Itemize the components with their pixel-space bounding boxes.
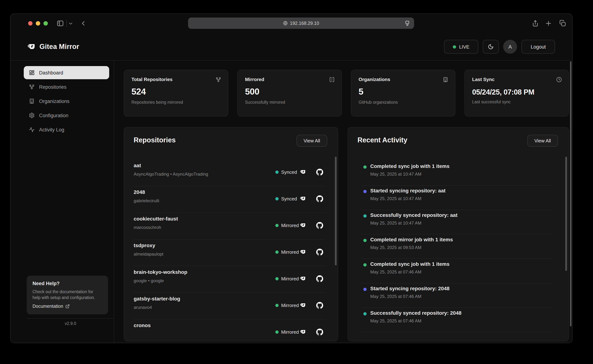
sidebar-item-label: Organizations [39, 98, 70, 104]
repository-status-dot [275, 277, 279, 280]
app-header: Gitea Mirror LIVE A Logout [11, 33, 572, 61]
repository-status-label: Mirrored [281, 303, 299, 308]
sidebar-item-label: Activity Log [39, 127, 64, 132]
live-label: LIVE [459, 44, 469, 49]
github-icon[interactable] [316, 329, 323, 336]
github-icon[interactable] [316, 222, 323, 229]
activity-timestamp: May 25, 2025 at 10:47 AM [370, 221, 421, 226]
activity-item: Successfully synced repository: aat May … [348, 210, 568, 234]
github-icon[interactable] [316, 169, 323, 176]
address-bar[interactable]: 192.168.29.10 [188, 18, 414, 29]
back-button[interactable] [80, 20, 87, 27]
avatar[interactable]: A [503, 40, 517, 54]
stat-value: 524 [131, 86, 221, 97]
repositories-list: aat AsyncAlgoTrading • AsyncAlgoTrading … [124, 160, 338, 341]
moon-icon [488, 44, 494, 50]
globe-icon [283, 21, 288, 26]
activity-status-dot [363, 288, 367, 291]
help-card: Need Help? Check out the documentation f… [27, 276, 108, 314]
sidebar-item-activity-log[interactable]: Activity Log [24, 123, 109, 136]
activity-timestamp: May 25, 2025 at 10:47 AM [370, 196, 421, 201]
activity-status-dot [363, 190, 367, 193]
github-icon[interactable] [316, 249, 323, 256]
activity-list: Completed sync job with 1 items May 25, … [348, 161, 568, 341]
repository-name: aat [134, 162, 141, 168]
gitea-cup-icon[interactable] [300, 249, 306, 255]
sidebar-item-icon [29, 84, 35, 90]
activity-timestamp: May 25, 2025 at 07:46 AM [370, 318, 421, 324]
theme-toggle-button[interactable] [483, 40, 499, 54]
new-tab-icon[interactable] [545, 20, 552, 27]
app-logo[interactable]: Gitea Mirror [28, 43, 79, 51]
sidebar-item-label: Dashboard [39, 70, 63, 75]
sidebar-item-dashboard[interactable]: Dashboard [24, 66, 109, 79]
repository-owner: AsyncAlgoTrading • AsyncAlgoTrading [134, 172, 208, 177]
repository-row: cronos Mirrored [134, 319, 326, 341]
page-settings-icon[interactable] [404, 20, 411, 26]
share-icon[interactable] [532, 20, 539, 27]
repository-status-dot [275, 330, 279, 334]
activity-text: Completed sync job with 1 items [370, 163, 450, 169]
github-icon[interactable] [316, 195, 323, 202]
repositories-view-all-button[interactable]: View All [297, 135, 327, 147]
stat-title: Mirrored [245, 77, 334, 82]
gitea-cup-icon[interactable] [300, 222, 306, 228]
repositories-panel-title: Repositories [134, 136, 176, 144]
repository-status-dot [275, 304, 279, 307]
logout-button[interactable]: Logout [521, 40, 555, 54]
repository-status-label: Synced [281, 169, 297, 175]
github-icon[interactable] [316, 275, 323, 282]
repository-owner: almeidapaulopt [134, 252, 163, 257]
stat-caption: Last successful sync [472, 100, 561, 104]
help-body: Check out the documentation for help wit… [33, 289, 102, 300]
sidebar: Dashboard Repositories Organizations Con… [11, 61, 114, 343]
gitea-cup-icon[interactable] [300, 196, 306, 202]
sidebar-item-repositories[interactable]: Repositories [24, 80, 109, 93]
sidebar-item-icon [29, 127, 35, 133]
activity-text: Successfully synced repository: 2048 [370, 310, 462, 316]
repository-owner: google • google [134, 278, 164, 283]
gitea-cup-icon[interactable] [300, 169, 306, 175]
chevron-down-icon[interactable] [68, 21, 73, 26]
repositories-scrollbar[interactable] [335, 157, 337, 266]
stat-title: Total Repositories [131, 77, 221, 82]
live-status-button[interactable]: LIVE [444, 40, 478, 54]
repository-name: 2048 [134, 189, 145, 195]
gitea-cup-icon[interactable] [300, 302, 306, 308]
repository-status-label: Mirrored [281, 249, 299, 255]
activity-status-dot [363, 165, 367, 169]
recent-activity-panel: Recent Activity View All Completed sync … [348, 127, 569, 341]
sidebar-item-organizations[interactable]: Organizations [24, 95, 109, 108]
activity-status-dot [363, 239, 367, 242]
documentation-link[interactable]: Documentation [33, 304, 102, 309]
activity-text: Started syncing repository: 2048 [370, 286, 450, 291]
tab-overview-icon[interactable] [559, 20, 566, 27]
gitea-cup-icon[interactable] [300, 276, 306, 282]
activity-scrollbar[interactable] [565, 157, 567, 271]
activity-timestamp: May 25, 2025 at 10:47 AM [370, 172, 421, 177]
activity-item: Started syncing repository: 2048 May 25,… [348, 283, 568, 308]
activity-text: Completed mirror job with 1 items [370, 237, 453, 242]
sidebar-item-label: Configuration [39, 113, 68, 118]
activity-view-all-button[interactable]: View All [527, 135, 558, 147]
activity-text: Started syncing repository: aat [370, 188, 445, 194]
zoom-window-button[interactable] [43, 21, 48, 26]
minimize-window-button[interactable] [36, 21, 40, 26]
sidebar-item-label: Repositories [39, 84, 66, 90]
close-window-button[interactable] [28, 21, 33, 26]
activity-status-dot [363, 263, 367, 266]
sidebar-toggle-icon[interactable] [57, 20, 64, 27]
stat-icon [443, 77, 448, 83]
stat-icon [215, 77, 221, 83]
gitea-cup-icon[interactable] [300, 329, 306, 335]
sidebar-item-configuration[interactable]: Configuration [24, 109, 109, 122]
activity-item: Successfully synced repository: 2048 May… [348, 308, 568, 332]
repository-owner: arunavo4 [134, 305, 152, 310]
live-dot [453, 45, 456, 48]
repository-status-dot [275, 250, 279, 254]
toolbar-divider [66, 20, 67, 27]
repository-name: gatsby-starter-blog [134, 296, 180, 302]
window-scrollbar[interactable] [570, 61, 572, 326]
activity-timestamp: May 25, 2025 at 09:53 AM [370, 245, 421, 250]
github-icon[interactable] [316, 302, 323, 309]
